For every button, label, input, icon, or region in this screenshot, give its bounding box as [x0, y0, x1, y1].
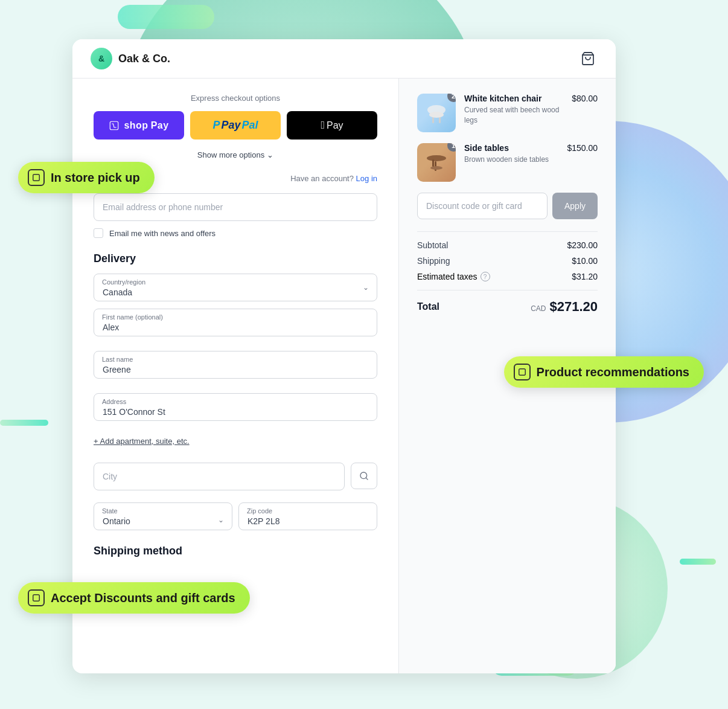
svg-rect-14 — [519, 369, 525, 376]
paypal-label: PPayPal — [212, 119, 258, 132]
in-store-badge-text: In store pick up — [51, 171, 140, 185]
product-info-2: Side tables Brown wooden side tables — [464, 143, 558, 165]
product-price-2: $150.00 — [567, 143, 598, 153]
express-checkout-section: Express checkout options shop Pay PPayPa… — [94, 94, 377, 160]
shoppay-label: shop Pay — [109, 120, 168, 131]
product-image-1: 2 — [417, 94, 456, 132]
add-apartment-link[interactable]: + Add apartment, suite, etc. — [94, 437, 190, 446]
last-name-input[interactable] — [94, 351, 377, 379]
taxes-info-icon[interactable]: ? — [481, 272, 490, 281]
address-input[interactable] — [94, 393, 377, 421]
subtotal-value: $230.00 — [567, 240, 598, 250]
logo-icon: & — [91, 48, 112, 69]
discount-input[interactable] — [417, 193, 548, 219]
account-text: Have an account? — [290, 174, 354, 183]
cart-icon[interactable] — [578, 49, 598, 68]
state-select-wrapper: State Ontario Quebec British Columbia ⌄ — [94, 502, 232, 537]
account-link: Have an account? Log in — [290, 174, 377, 183]
show-more: Show more options ⌄ — [94, 149, 377, 160]
total-currency: CAD — [531, 304, 546, 313]
newsletter-checkbox[interactable] — [94, 228, 103, 238]
search-button[interactable] — [351, 463, 377, 489]
applepay-label:  — [321, 119, 325, 132]
svg-point-8 — [427, 155, 446, 161]
show-more-link[interactable]: Show more options ⌄ — [197, 150, 273, 159]
country-label: Country/region — [102, 278, 145, 286]
subtotal-row: Subtotal $230.00 — [417, 240, 598, 250]
state-label: State — [102, 507, 118, 515]
shipping-method-title: Shipping method — [94, 545, 377, 557]
summary-divider — [417, 231, 598, 232]
applepay-button[interactable]:  Pay — [287, 111, 377, 140]
apply-button[interactable]: Apply — [552, 193, 598, 219]
bg-line-left — [0, 420, 48, 426]
shoppay-button[interactable]: shop Pay — [94, 111, 184, 140]
shipping-row: Shipping $10.00 — [417, 256, 598, 266]
product-item-1: 2 White kitchen chair Curved seat with b… — [417, 94, 598, 132]
subtotal-label: Subtotal — [417, 240, 448, 250]
taxes-value: $31.20 — [572, 272, 598, 281]
total-value-area: CAD $271.20 — [531, 299, 598, 315]
svg-line-3 — [366, 478, 368, 480]
svg-point-10 — [430, 166, 442, 170]
country-select-wrapper: Country/region Canada United States Unit… — [94, 274, 377, 301]
product-image-2: 1 — [417, 143, 456, 182]
taxes-label: Estimated taxes — [417, 272, 477, 281]
bg-line-right — [680, 559, 716, 565]
address-wrapper: Address — [94, 393, 377, 428]
logo-area: & Oak & Co. — [91, 48, 170, 69]
first-name-input[interactable] — [94, 309, 377, 336]
product-desc-1: Curved seat with beech wood legs — [464, 105, 563, 126]
express-checkout-label: Express checkout options — [94, 94, 377, 103]
newsletter-row: Email me with news and offers — [94, 228, 377, 238]
city-input[interactable] — [94, 463, 345, 490]
svg-rect-13 — [33, 595, 40, 602]
add-apartment-label: + Add apartment, suite, etc. — [94, 437, 190, 446]
delivery-section-header: Delivery — [94, 252, 377, 265]
product-item-2: 1 Side tables Brown wooden side tables $… — [417, 143, 598, 182]
delivery-section: Delivery Country/region Canada United St… — [94, 252, 377, 537]
svg-rect-1 — [110, 121, 119, 130]
product-recommendations-badge[interactable]: Product recommendations — [504, 356, 704, 388]
accept-discounts-badge[interactable]: Accept Discounts and gift cards — [18, 582, 250, 614]
product-recommendations-icon — [514, 364, 531, 380]
login-link[interactable]: Log in — [356, 174, 377, 183]
delivery-title: Delivery — [94, 252, 136, 265]
paypal-button[interactable]: PPayPal — [190, 111, 281, 140]
product-info-1: White kitchen chair Curved seat with bee… — [464, 94, 563, 126]
product-desc-2: Brown wooden side tables — [464, 155, 558, 165]
zip-input[interactable] — [238, 502, 377, 530]
in-store-icon — [28, 169, 45, 186]
product-name-2: Side tables — [464, 143, 558, 153]
total-divider — [417, 290, 598, 290]
city-search-row — [94, 463, 377, 490]
total-row: Total CAD $271.20 — [417, 299, 598, 315]
shipping-value: $10.00 — [572, 256, 598, 266]
in-store-badge[interactable]: In store pick up — [18, 162, 155, 193]
accept-discounts-badge-text: Accept Discounts and gift cards — [51, 591, 235, 605]
accept-discounts-icon — [28, 589, 45, 606]
last-name-wrapper: Last name — [94, 351, 377, 386]
chevron-down-icon: ⌄ — [267, 150, 273, 159]
state-select[interactable]: Ontario Quebec British Columbia — [94, 502, 232, 530]
bg-blob-top — [118, 5, 214, 29]
first-name-wrapper: First name (optional) — [94, 309, 377, 344]
shipping-label: Shipping — [417, 256, 450, 266]
taxes-label-area: Estimated taxes ? — [417, 272, 490, 281]
svg-rect-11 — [432, 159, 434, 167]
express-buttons: shop Pay PPayPal  Pay — [94, 111, 377, 140]
svg-rect-12 — [33, 175, 40, 181]
newsletter-label: Email me with news and offers — [109, 229, 216, 238]
product-recommendations-badge-text: Product recommendations — [537, 365, 689, 379]
country-select[interactable]: Canada United States United Kingdom — [94, 274, 377, 301]
taxes-row: Estimated taxes ? $31.20 — [417, 272, 598, 281]
brand-name: Oak & Co. — [118, 53, 170, 65]
product-price-1: $80.00 — [572, 94, 598, 103]
zip-wrapper: Zip code — [238, 502, 377, 537]
email-input[interactable] — [94, 193, 377, 221]
total-amount: $271.20 — [549, 299, 598, 315]
svg-point-7 — [429, 112, 444, 118]
product-name-1: White kitchen chair — [464, 94, 563, 103]
discount-row: Apply — [417, 193, 598, 219]
show-more-label: Show more options — [197, 150, 264, 159]
